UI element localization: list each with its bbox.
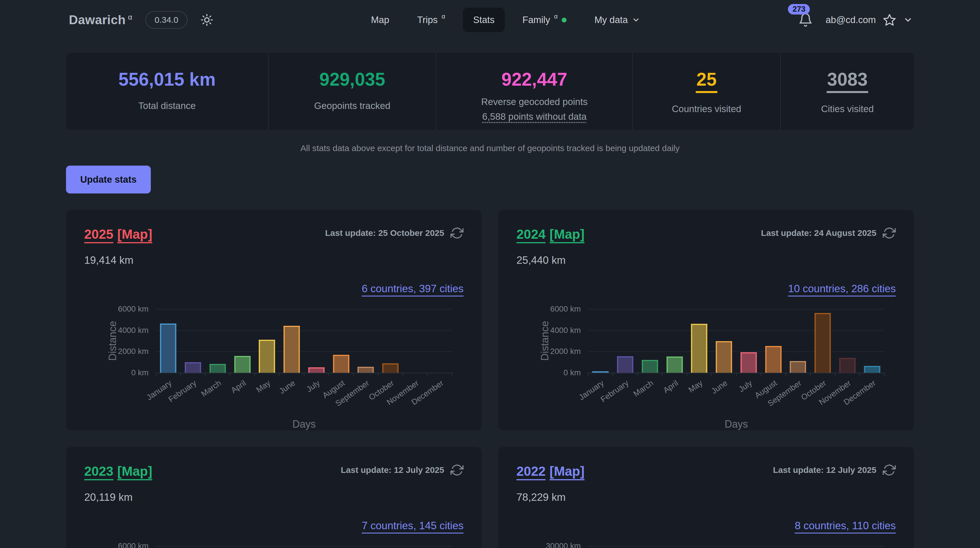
bar-june (716, 341, 732, 373)
chart-plot-area: 6000 km4000 km2000 km0 km (156, 309, 452, 373)
notifications-button[interactable]: 273 (798, 13, 813, 27)
x-axis-label-march: March (632, 378, 655, 399)
version-badge: 0.34.0 (145, 11, 187, 29)
chart-bars (156, 309, 452, 373)
nav-item-label: My data (595, 14, 628, 25)
chart-bar-slot (737, 309, 761, 373)
year-map-link-2025[interactable]: [Map] (117, 227, 152, 241)
year-cards-grid: 2025[Map]Last update: 25 October 2025 19… (66, 210, 914, 548)
chart-bar-slot (860, 546, 885, 548)
monthly-distance-chart-2025: Distance6000 km4000 km2000 km0 kmJanuary… (84, 309, 463, 430)
year-map-link-2022[interactable]: [Map] (549, 464, 584, 478)
last-update-group: Last update: 25 October 2025 (325, 227, 463, 240)
countries-cities-link[interactable]: 8 countries, 110 cities (795, 520, 896, 532)
stat-value: 556,015 km (118, 69, 216, 90)
bell-icon (798, 13, 813, 27)
update-stats-button[interactable]: Update stats (66, 165, 151, 194)
theme-toggle-button[interactable] (200, 14, 213, 26)
countries-cities-row: 6 countries, 397 cities (84, 283, 463, 295)
y-axis-title-text: Distance (107, 321, 119, 361)
chart-bar-slot (810, 309, 835, 373)
y-axis-tick-label: 4000 km (550, 326, 581, 335)
stat-label: Total distance (66, 98, 268, 113)
year-link-2025[interactable]: 2025 (84, 227, 113, 241)
chart-bars (588, 546, 885, 548)
chart-bar-slot (835, 546, 860, 548)
bar-january (160, 324, 177, 373)
stat-value: 922,447 (501, 69, 567, 90)
nav-item-map[interactable]: Map (361, 8, 399, 32)
points-without-data-link[interactable]: 6,588 points without data (436, 109, 632, 124)
notification-count-badge: 273 (788, 4, 810, 14)
user-menu[interactable]: ab@cd.com (826, 13, 913, 27)
chart-bar-slot (280, 546, 304, 548)
nav-item-trips[interactable]: Tripsα (407, 8, 455, 32)
y-axis-tick-label: 2000 km (550, 347, 581, 356)
year-map-link-2024[interactable]: [Map] (549, 227, 584, 241)
x-axis-label-february: February (167, 378, 198, 404)
stat-value-wrap: 25 (633, 69, 780, 93)
year-card-2022: 2022[Map]Last update: 12 July 2025 78,22… (498, 447, 914, 548)
last-update-group: Last update: 12 July 2025 (773, 464, 896, 477)
x-axis-label-june: June (710, 378, 729, 396)
countries-cities-link[interactable]: 7 countries, 145 cities (362, 520, 463, 532)
x-axis-title: Days (156, 418, 452, 430)
stat-value-wrap: 556,015 km (66, 69, 268, 90)
year-link-2023[interactable]: 2023 (84, 464, 113, 478)
stat-label: Countries visited (633, 102, 780, 116)
refresh-icon (450, 227, 463, 240)
nav-item-label: Map (371, 14, 389, 25)
x-axis-label-march: March (199, 378, 223, 399)
star-icon[interactable] (883, 13, 896, 27)
chart-bar-slot (662, 309, 687, 373)
year-link-2024[interactable]: 2024 (517, 227, 546, 241)
chart-bar-slot (786, 546, 810, 548)
nav-item-stats[interactable]: Stats (463, 8, 505, 32)
chart-bar-slot (378, 309, 403, 373)
chart-bars (156, 546, 452, 548)
chart-bar-slot (304, 309, 329, 373)
summary-stats-row: 556,015 kmTotal distance929,035Geopoints… (66, 53, 914, 130)
year-map-link-2023[interactable]: [Map] (117, 464, 152, 478)
chart-bar-slot (737, 546, 761, 548)
bar-july (740, 352, 757, 373)
refresh-icon (450, 464, 463, 477)
year-card-header: 2022[Map]Last update: 12 July 2025 (517, 464, 896, 479)
countries-cities-link[interactable]: 10 countries, 286 cities (788, 283, 896, 294)
chart-bar-slot (687, 309, 712, 373)
year-total-distance: 78,229 km (517, 491, 896, 504)
app-logo[interactable]: Dawarichα (69, 13, 132, 27)
nav-item-label: Family (522, 14, 550, 25)
bar-november (839, 358, 855, 373)
y-axis-title: Distance (93, 309, 133, 373)
stat-value-wrap: 929,035 (269, 69, 436, 90)
stat-label: Reverse geocoded points (436, 94, 632, 109)
chart-bar-slot (613, 546, 638, 548)
year-total-distance: 20,119 km (84, 491, 463, 504)
chart-bar-slot (761, 309, 786, 373)
countries-cities-row: 8 countries, 110 cities (517, 520, 896, 532)
refresh-stats-button[interactable] (883, 464, 896, 477)
chart-bar-slot (403, 309, 428, 373)
refresh-stats-button[interactable] (450, 227, 463, 240)
bar-december (864, 366, 880, 373)
header-right-group: 273 ab@cd.com (798, 13, 913, 27)
chart-bar-slot (156, 309, 181, 373)
bar-september (790, 361, 806, 373)
refresh-stats-button[interactable] (883, 227, 896, 240)
nav-item-my-data[interactable]: My data (584, 8, 651, 32)
chart-bars (588, 309, 885, 373)
refresh-icon (883, 227, 896, 240)
refresh-stats-button[interactable] (450, 464, 463, 477)
year-link-2022[interactable]: 2022 (517, 464, 546, 478)
countries-cities-link[interactable]: 6 countries, 397 cities (362, 283, 463, 294)
stat-value: 3083 (827, 69, 868, 93)
chart-bar-slot (181, 309, 205, 373)
nav-item-family[interactable]: Familyα (512, 8, 577, 32)
year-card-title: 2023[Map] (84, 464, 152, 479)
x-axis-label-february: February (599, 378, 630, 404)
bar-february (617, 356, 633, 373)
year-card-title: 2025[Map] (84, 227, 152, 242)
bar-september (358, 367, 374, 373)
chevron-down-icon (632, 16, 640, 24)
